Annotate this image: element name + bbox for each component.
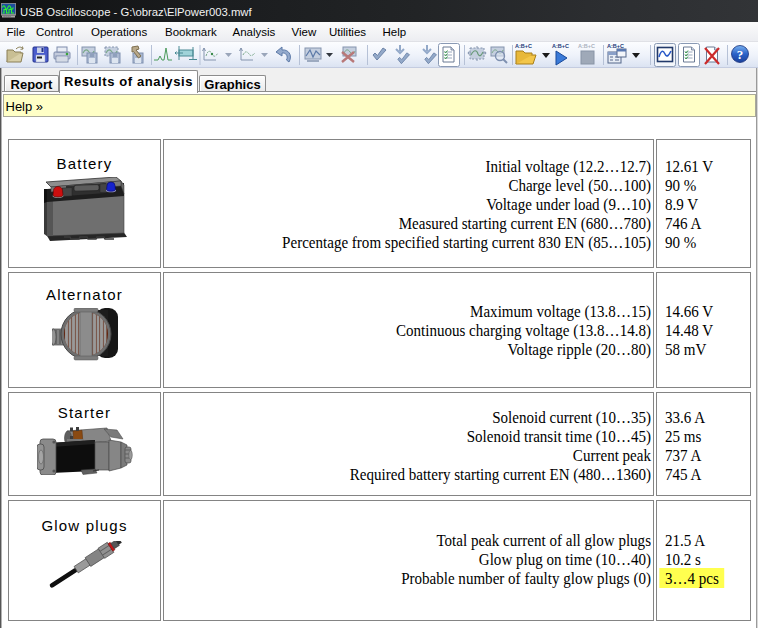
svg-text:?: ?	[737, 47, 744, 62]
svg-text:A:B+C: A:B+C	[578, 43, 595, 49]
